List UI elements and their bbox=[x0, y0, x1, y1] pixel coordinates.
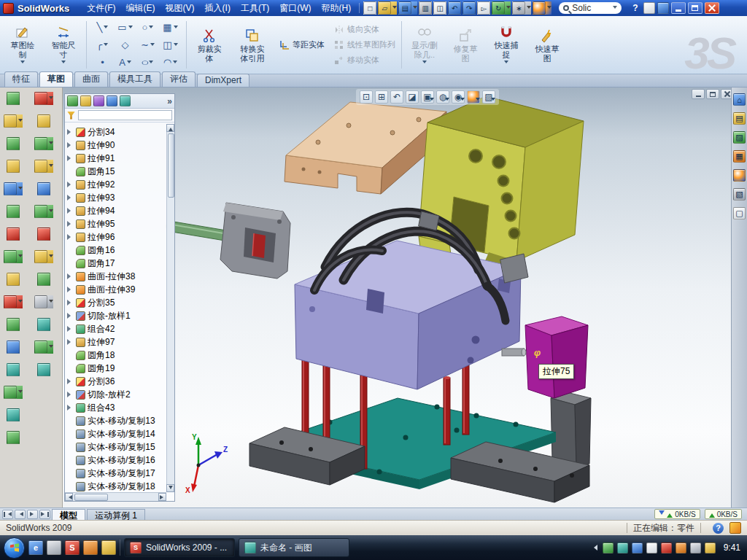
rebuild-icon[interactable]: ↻ bbox=[492, 1, 511, 15]
document-tab[interactable]: 运动算例 1 bbox=[87, 509, 145, 520]
dropdown-arrow-icon[interactable] bbox=[430, 98, 434, 103]
expand-arrow-icon[interactable] bbox=[67, 300, 74, 306]
expand-arrow-icon[interactable] bbox=[67, 405, 74, 411]
dropdown-arrow-icon[interactable] bbox=[150, 43, 155, 48]
dropdown-arrow-icon[interactable] bbox=[149, 26, 153, 31]
tree-item[interactable]: 拉伸95 bbox=[65, 217, 166, 230]
tree-item[interactable]: 拉伸92 bbox=[65, 178, 166, 191]
tree-item[interactable]: 切除-放样1 bbox=[65, 309, 166, 322]
volume-icon[interactable] bbox=[690, 542, 701, 553]
repair-sketch-button[interactable]: 修复草 图 bbox=[446, 18, 485, 72]
edit-appearance-icon[interactable] bbox=[467, 90, 480, 104]
rapid-sketch-button[interactable]: 快速草 图 bbox=[527, 18, 567, 72]
tree-item[interactable]: 拉伸91 bbox=[65, 152, 166, 165]
dropdown-arrow-icon[interactable] bbox=[49, 209, 53, 214]
tree-item[interactable]: 实体-移动/复制13 bbox=[65, 414, 166, 427]
expand-arrow-icon[interactable] bbox=[67, 339, 74, 345]
first-tab-button[interactable] bbox=[2, 510, 13, 519]
mirror-tool-icon[interactable] bbox=[34, 205, 53, 218]
mirror-entities-button[interactable]: 镜向实体 bbox=[331, 23, 398, 36]
library-tool-icon[interactable] bbox=[4, 250, 23, 263]
dropdown-arrow-icon[interactable] bbox=[18, 254, 23, 260]
scroll-up-button[interactable] bbox=[166, 124, 174, 132]
update-icon[interactable] bbox=[632, 542, 643, 553]
search-dropdown-icon[interactable] bbox=[613, 6, 617, 11]
dimxpertmanager-tab-icon[interactable] bbox=[107, 96, 117, 106]
quick-snaps-button[interactable]: 快速捕 捉 bbox=[487, 18, 526, 72]
task-pane-tab[interactable]: ▦ bbox=[733, 150, 746, 163]
snap-tool-icon[interactable] bbox=[34, 341, 53, 354]
options-icon[interactable]: ∗ bbox=[512, 1, 531, 15]
new-document-icon[interactable]: □ bbox=[363, 1, 376, 15]
tree-item[interactable]: 分割34 bbox=[65, 125, 166, 139]
command-tab[interactable]: 特征 bbox=[4, 71, 38, 87]
display-tool-icon[interactable] bbox=[34, 295, 53, 308]
tree-item[interactable]: 拉伸93 bbox=[65, 191, 166, 204]
move-entities-button[interactable]: 移动实体 bbox=[331, 54, 398, 66]
tree-item[interactable]: 实体-移动/复制14 bbox=[65, 427, 166, 440]
doc-restore-button[interactable] bbox=[706, 89, 719, 99]
task-pane-tab[interactable]: ⌂ bbox=[733, 93, 746, 106]
menu-item[interactable]: 工具(T) bbox=[236, 1, 274, 16]
tree-item[interactable]: 曲面-拉伸38 bbox=[65, 270, 166, 283]
command-tab[interactable]: 模具工具 bbox=[109, 71, 160, 87]
menu-item[interactable]: 窗口(W) bbox=[274, 1, 316, 16]
circle-tool[interactable]: ○ bbox=[136, 19, 159, 36]
print-preview-icon[interactable]: ◫ bbox=[433, 1, 446, 15]
assembly-tool-icon[interactable] bbox=[4, 114, 23, 128]
dropdown-arrow-icon[interactable] bbox=[61, 61, 66, 66]
relation-tool-icon[interactable] bbox=[7, 318, 20, 331]
tree-item[interactable]: 实体-移动/复制16 bbox=[65, 454, 166, 467]
solidworks-quick-icon[interactable]: S bbox=[65, 540, 80, 555]
expand-arrow-icon[interactable] bbox=[67, 287, 74, 292]
propertymanager-tab-icon[interactable] bbox=[80, 96, 91, 106]
tree-item[interactable]: 拉伸96 bbox=[65, 230, 166, 244]
expand-arrow-icon[interactable] bbox=[67, 378, 74, 384]
clamp-subassembly-part[interactable] bbox=[166, 203, 290, 279]
tree-item[interactable]: 组合42 bbox=[65, 322, 166, 335]
configurationmanager-tab-icon[interactable] bbox=[93, 96, 104, 106]
task-pane-tab[interactable]: ▢ bbox=[733, 207, 746, 219]
tree-item[interactable]: 分割35 bbox=[65, 296, 166, 309]
dropdown-arrow-icon[interactable] bbox=[18, 187, 23, 192]
measure-tool-icon[interactable] bbox=[7, 341, 20, 354]
move-tool-icon[interactable] bbox=[34, 250, 53, 263]
tree-item[interactable]: 实体-移动/复制15 bbox=[65, 440, 166, 454]
task-pane-tab[interactable] bbox=[733, 169, 746, 182]
drawing-tool-icon[interactable] bbox=[7, 137, 20, 150]
menu-item[interactable]: 帮助(H) bbox=[317, 1, 357, 16]
dropdown-arrow-icon[interactable] bbox=[49, 164, 53, 169]
taskbar-task[interactable]: 未命名 - 画图 bbox=[239, 538, 349, 557]
dropdown-arrow-icon[interactable] bbox=[547, 6, 551, 11]
dropdown-arrow-icon[interactable] bbox=[174, 26, 178, 31]
scroll-right-button[interactable] bbox=[158, 493, 166, 501]
chat-icon[interactable] bbox=[617, 542, 628, 553]
dropdown-arrow-icon[interactable] bbox=[49, 96, 53, 101]
dropdown-arrow-icon[interactable] bbox=[506, 6, 511, 11]
part-tool-icon[interactable] bbox=[7, 92, 20, 105]
filter-icon[interactable] bbox=[67, 112, 75, 120]
sketch-button[interactable]: 草图绘 制 bbox=[3, 18, 42, 72]
text-tool[interactable]: A bbox=[114, 54, 136, 71]
tan-plate-part[interactable] bbox=[285, 102, 446, 194]
task-pane-tab[interactable]: ▤ bbox=[733, 112, 746, 125]
menu-item[interactable]: 文件(F) bbox=[82, 1, 120, 16]
scroll-left-button[interactable] bbox=[65, 493, 73, 501]
offset-entities-button[interactable]: 等距实体 bbox=[276, 39, 330, 51]
expand-arrow-icon[interactable] bbox=[67, 208, 74, 214]
tree-item[interactable]: 分割36 bbox=[65, 375, 166, 388]
select-icon[interactable]: ▻ bbox=[477, 1, 490, 15]
ellipse-tool[interactable]: ○ bbox=[136, 54, 159, 71]
spline-tool-icon[interactable] bbox=[4, 386, 23, 399]
download-icon[interactable] bbox=[676, 542, 686, 553]
fullscreen-toggle-icon[interactable] bbox=[643, 2, 655, 14]
smart-dimension-button[interactable]: 智能尺 寸 bbox=[44, 18, 83, 72]
print-icon[interactable]: ▥ bbox=[419, 1, 432, 15]
show-desktop-icon[interactable] bbox=[47, 540, 61, 555]
display-delete-relations-button[interactable]: 显示/删 除几.. bbox=[405, 18, 444, 72]
rectangle-tool[interactable]: ▭ bbox=[114, 19, 136, 36]
dropdown-arrow-icon[interactable] bbox=[49, 254, 53, 260]
security-icon[interactable] bbox=[661, 542, 672, 553]
filter-input[interactable] bbox=[78, 110, 172, 120]
zoom-fit-icon[interactable]: ⊡ bbox=[360, 90, 373, 104]
